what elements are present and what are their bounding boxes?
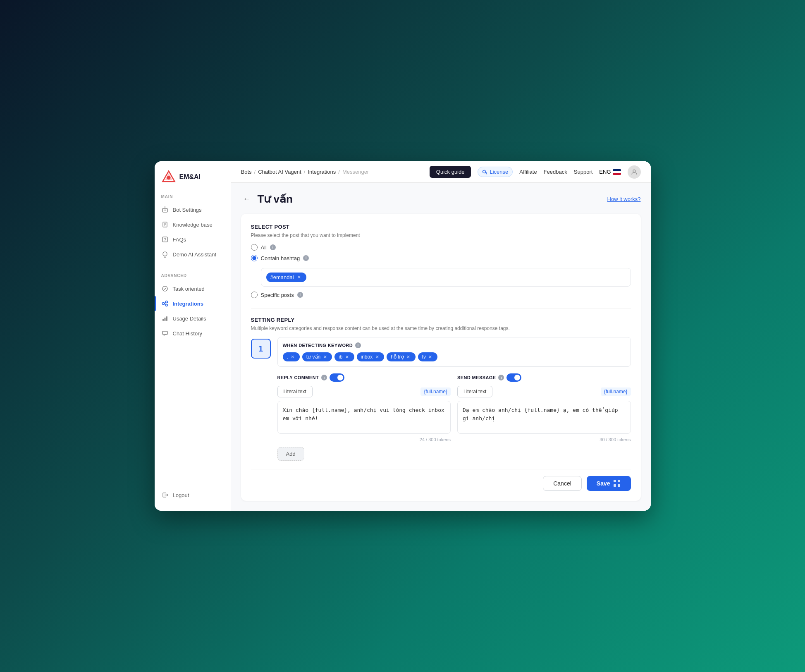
breadcrumb-integrations[interactable]: Integrations <box>308 169 336 175</box>
top-nav: Bots / Chatbot AI Vagent / Integrations … <box>231 161 651 183</box>
sidebar-logout[interactable]: Logout <box>155 488 231 502</box>
svg-point-20 <box>633 170 635 172</box>
breadcrumb-chatbot[interactable]: Chatbot AI Vagent <box>258 169 301 175</box>
reply-literal-text-button[interactable]: Literal text <box>277 386 313 397</box>
setting-reply-section: SETTING REPLY Multiple keyword categorie… <box>251 308 631 461</box>
reply-comment-textarea[interactable]: Xin chào {full.name}, anh/chị vui lòng c… <box>277 401 451 434</box>
integrations-icon <box>161 300 169 307</box>
send-fullname-variable[interactable]: {full.name} <box>601 387 631 396</box>
radio-contain-label: Contain hashtag <box>261 255 300 261</box>
keyword-tag-hotro: hỗ trợ ✕ <box>387 352 415 361</box>
save-button[interactable]: Save <box>587 476 631 491</box>
breadcrumb-messenger: Messenger <box>342 169 369 175</box>
flag-icon <box>613 169 621 175</box>
svg-point-12 <box>162 303 164 305</box>
keyword-tag-hotro-label: hỗ trợ <box>391 354 404 360</box>
sidebar-item-knowledge-base-label: Knowledge base <box>173 222 213 228</box>
keyword-tag-hotro-close[interactable]: ✕ <box>406 354 411 360</box>
demo-icon <box>161 251 169 258</box>
send-message-label: SEND MESSAGE <box>457 375 496 380</box>
sidebar-item-knowledge-base[interactable]: Knowledge base <box>155 217 231 232</box>
sidebar-item-chat-history[interactable]: Chat History <box>155 326 231 341</box>
sidebar-item-usage-label: Usage Details <box>173 316 206 322</box>
send-message-col: SEND MESSAGE i Literal text {full.name} … <box>457 373 631 442</box>
send-message-toggle[interactable] <box>506 373 521 382</box>
sidebar-item-integrations[interactable]: Integrations <box>155 296 231 311</box>
page-title: Tư vấn <box>258 193 293 206</box>
sidebar-advanced-label: ADVANCED <box>155 273 231 281</box>
hashtag-close-button[interactable]: ✕ <box>296 275 302 280</box>
sidebar-item-demo-ai[interactable]: Demo AI Assistant <box>155 247 231 262</box>
keyword-tag-inbox: inbox ✕ <box>357 352 385 361</box>
radio-all-label: All <box>261 244 267 251</box>
info-icon-keyword: i <box>355 342 361 348</box>
keyword-tag-dot-label: . <box>287 354 288 360</box>
breadcrumb-bots[interactable]: Bots <box>241 169 252 175</box>
reply-comment-header: REPLY COMMENT i <box>277 373 451 382</box>
svg-rect-15 <box>162 319 164 321</box>
keyword-tag-tv-label: tv <box>422 354 426 360</box>
keyword-tag-ib: ib ✕ <box>334 352 354 361</box>
chat-icon <box>161 330 169 337</box>
keyword-tag-tv-close[interactable]: ✕ <box>428 354 433 360</box>
breadcrumb-sep-3: / <box>338 169 340 175</box>
sidebar-item-bot-settings[interactable]: Bot Settings <box>155 202 231 217</box>
reply-layout: 1 WHEN DETECTING KEYWORD i . <box>251 337 631 461</box>
keyword-tag-tuvan-close[interactable]: ✕ <box>322 354 328 360</box>
reply-fullname-variable[interactable]: {full.name} <box>420 387 451 396</box>
radio-group: All i Contain hashtag i <box>251 244 631 261</box>
support-link[interactable]: Support <box>574 169 593 175</box>
grid-icon <box>614 480 621 487</box>
how-it-works-link[interactable]: How it works? <box>607 196 641 202</box>
affiliate-link[interactable]: Affiliate <box>519 169 537 175</box>
svg-rect-18 <box>162 331 167 335</box>
svg-point-6 <box>165 206 165 207</box>
keyword-tag-tuvan-label: tư vấn <box>306 354 320 360</box>
feedback-link[interactable]: Feedback <box>544 169 567 175</box>
logo-text: EM&AI <box>179 173 201 181</box>
user-avatar[interactable] <box>628 165 641 179</box>
svg-rect-3 <box>162 208 167 212</box>
svg-point-19 <box>483 170 486 173</box>
send-literal-text-button[interactable]: Literal text <box>457 386 492 397</box>
license-link[interactable]: License <box>478 167 513 177</box>
select-post-section: SELECT POST Please select the post that … <box>251 224 631 298</box>
breadcrumb-sep-1: / <box>254 169 256 175</box>
sidebar: EM&AI MAIN Bot Settings Knowledge base F… <box>155 161 231 511</box>
sidebar-item-task-oriented[interactable]: Task oriented <box>155 281 231 296</box>
page-body: ← Tư vấn How it works? SELECT POST Pleas… <box>231 183 651 511</box>
logout-icon <box>161 491 169 499</box>
quick-guide-button[interactable]: Quick guide <box>430 166 471 178</box>
info-icon-all: i <box>270 244 276 250</box>
send-token-count: 30 / 300 tokens <box>457 437 631 442</box>
setting-reply-subtitle: Multiple keyword categories and response… <box>251 325 631 331</box>
svg-rect-8 <box>162 237 167 242</box>
language-selector[interactable]: ENG <box>599 169 621 175</box>
radio-row-specific: Specific posts i <box>251 292 631 298</box>
back-button[interactable]: ← <box>241 194 253 205</box>
info-icon-contain: i <box>303 255 309 261</box>
sidebar-item-faqs[interactable]: FAQs <box>155 232 231 247</box>
select-post-subtitle: Please select the post that you want to … <box>251 232 631 238</box>
keyword-tag-inbox-close[interactable]: ✕ <box>374 354 380 360</box>
svg-point-13 <box>165 301 167 303</box>
reply-comment-label: REPLY COMMENT <box>277 375 319 380</box>
radio-all[interactable] <box>251 244 258 251</box>
add-button[interactable]: Add <box>277 447 304 461</box>
hashtag-value: #emandai <box>270 274 294 280</box>
keyword-tag-ib-close[interactable]: ✕ <box>344 354 350 360</box>
svg-point-14 <box>165 304 167 306</box>
logout-label: Logout <box>173 492 189 498</box>
keyword-tag-dot-close[interactable]: ✕ <box>290 354 296 360</box>
radio-specific-label: Specific posts <box>261 292 294 298</box>
reply-comment-toggle[interactable] <box>330 373 344 382</box>
card-footer: Cancel Save <box>251 469 631 491</box>
key-icon <box>482 169 488 175</box>
radio-contain[interactable] <box>251 255 258 261</box>
radio-specific[interactable] <box>251 292 258 298</box>
cancel-button[interactable]: Cancel <box>543 476 582 491</box>
svg-point-4 <box>163 210 164 210</box>
send-message-textarea[interactable]: Dạ em chào anh/chị {full.name} ạ, em có … <box>457 401 631 434</box>
nav-right: Quick guide License Affiliate Feedback S… <box>430 165 641 179</box>
sidebar-item-usage-details[interactable]: Usage Details <box>155 311 231 326</box>
